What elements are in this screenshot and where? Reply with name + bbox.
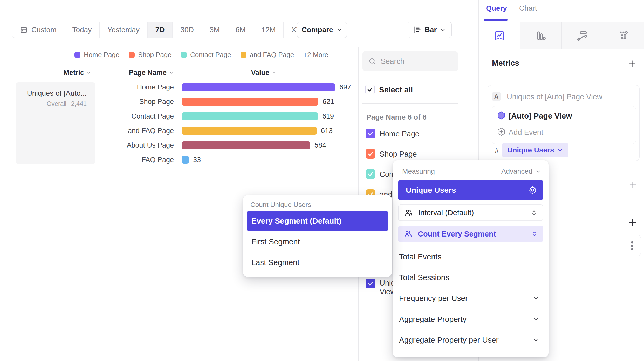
legend-swatch — [74, 52, 80, 58]
viz-tab-dots[interactable] — [603, 22, 644, 49]
sort-chevron-icon — [271, 70, 277, 75]
segment-label: Home Page — [380, 129, 419, 139]
range-12m[interactable]: 12M — [254, 22, 283, 38]
option-total-events[interactable]: Total Events — [399, 249, 441, 264]
add-filter-button[interactable] — [628, 180, 638, 190]
segment-checkbox-shop-page[interactable] — [366, 149, 375, 159]
tab-chart[interactable]: Chart — [519, 4, 537, 12]
option-first-segment[interactable]: First Segment — [251, 234, 300, 249]
viz-tab-insights-active[interactable] — [479, 22, 520, 49]
bar-faq-page[interactable] — [182, 156, 189, 164]
column-header-value[interactable]: Value — [241, 68, 277, 77]
chevron-down-icon — [532, 316, 539, 323]
chevron-down-icon — [532, 295, 539, 302]
stepper-icon[interactable] — [531, 230, 538, 238]
option-unique-users-selected[interactable]: Unique Users — [398, 180, 543, 200]
range-6m[interactable]: 6M — [228, 22, 254, 38]
legend-item[interactable]: and FAQ Page — [241, 51, 294, 59]
date-range-selector: Custom Today Yesterday 7D 30D 3M 6M 12M … — [12, 22, 323, 38]
add-breakdown-button[interactable] — [627, 217, 638, 228]
add-metric-button[interactable] — [627, 59, 637, 69]
people-icon — [404, 230, 413, 238]
bar-shop-page[interactable] — [182, 98, 318, 106]
viz-tab-flow[interactable] — [561, 22, 603, 49]
segment-checkbox-contact-page[interactable] — [366, 169, 375, 179]
legend-label: Contact Page — [190, 51, 231, 59]
legend-swatch — [129, 52, 135, 58]
row-label: About Us Page — [99, 141, 174, 150]
option-label: Aggregate Property — [399, 312, 467, 327]
legend-more[interactable]: +2 More — [303, 51, 328, 59]
range-label: Custom — [31, 26, 56, 34]
visualization-tabbar — [479, 22, 644, 49]
bar-value: 33 — [193, 155, 201, 164]
bar-value: 619 — [322, 112, 334, 121]
range-label: 3M — [210, 26, 220, 34]
tab-query[interactable]: Query — [486, 4, 507, 12]
metric-title[interactable]: Uniques of [Auto] Page View — [507, 93, 602, 101]
search-icon — [368, 57, 376, 65]
interval-label: Interval (Default) — [418, 209, 525, 217]
option-aggregate-property[interactable]: Aggregate Property — [399, 312, 539, 327]
range-label: Today — [72, 26, 92, 34]
option-label: Unique Users — [406, 186, 456, 195]
search-input[interactable] — [381, 57, 446, 66]
option-frequency-per-user[interactable]: Frequency per User — [399, 291, 539, 306]
advanced-dropdown[interactable]: Advanced — [501, 168, 541, 176]
chevron-down-icon — [440, 27, 446, 33]
count-popup-title: Count Unique Users — [250, 201, 311, 209]
bar-home-page[interactable] — [182, 83, 335, 91]
compare-button[interactable]: Compare — [297, 22, 347, 38]
legend-item[interactable]: Shop Page — [129, 51, 172, 59]
range-30d[interactable]: 30D — [172, 22, 201, 38]
bar-contact-page[interactable] — [182, 112, 318, 120]
bar-and-faq-page[interactable] — [182, 127, 317, 135]
row-label: Home Page — [99, 82, 174, 92]
chart-row: and FAQ Page 613 — [0, 126, 355, 135]
option-aggregate-property-per-user[interactable]: Aggregate Property per User — [399, 333, 539, 347]
chart-type-button[interactable]: Bar — [408, 22, 452, 38]
line-chart-icon — [494, 30, 505, 41]
chart-type-label: Bar — [425, 26, 437, 34]
column-header-page-name[interactable]: Page Name — [122, 68, 174, 77]
range-label: 6M — [236, 26, 246, 34]
option-every-segment[interactable]: Every Segment (Default) — [247, 211, 388, 231]
calendar-icon — [20, 26, 28, 34]
option-total-sessions[interactable]: Total Sessions — [399, 270, 449, 285]
range-custom[interactable]: Custom — [12, 22, 64, 38]
range-3m[interactable]: 3M — [202, 22, 228, 38]
segment-search — [362, 51, 458, 71]
count-every-segment-label: Count Every Segment — [418, 230, 526, 238]
measure-dropdown[interactable]: Unique Users — [502, 143, 568, 157]
bar-about-us-page[interactable] — [182, 141, 310, 149]
gear-icon[interactable] — [528, 186, 537, 195]
range-7d[interactable]: 7D — [147, 22, 173, 38]
range-yesterday[interactable]: Yesterday — [99, 22, 147, 38]
legend-item[interactable]: Contact Page — [181, 51, 231, 59]
count-every-segment-row[interactable]: Count Every Segment — [398, 226, 543, 242]
range-today[interactable]: Today — [64, 22, 99, 38]
range-label: 12M — [262, 26, 276, 34]
query-chart-tabbar: Query Chart — [479, 0, 644, 22]
chart-legend: Home Page Shop Page Contact Page and FAQ… — [74, 51, 328, 59]
stepper-icon[interactable] — [530, 209, 538, 216]
more-options-icon[interactable] — [630, 241, 634, 251]
segment-checkbox-home-page[interactable] — [366, 129, 375, 138]
header-label: Value — [251, 69, 269, 77]
option-last-segment[interactable]: Last Segment — [251, 255, 299, 270]
hexagon-event-icon — [497, 111, 506, 120]
measuring-popup: Measuring Advanced Unique Users Interval… — [393, 160, 549, 357]
legend-item[interactable]: Home Page — [74, 51, 119, 59]
chart-row: Home Page 697 — [0, 82, 355, 92]
metric-segment-checkbox[interactable] — [366, 279, 375, 288]
select-all-checkbox[interactable] — [365, 85, 375, 94]
column-header-metric[interactable]: Metric — [36, 68, 91, 77]
segment-label: Shop Page — [380, 149, 417, 159]
add-event-button[interactable]: Add Event — [509, 128, 543, 137]
sort-chevron-icon — [86, 70, 91, 75]
viz-tab-bar[interactable] — [520, 22, 561, 49]
interval-stepper-row[interactable]: Interval (Default) — [398, 204, 543, 221]
flow-icon — [577, 30, 588, 41]
event-name[interactable]: [Auto] Page View — [509, 112, 572, 120]
sort-chevron-icon — [169, 70, 174, 75]
